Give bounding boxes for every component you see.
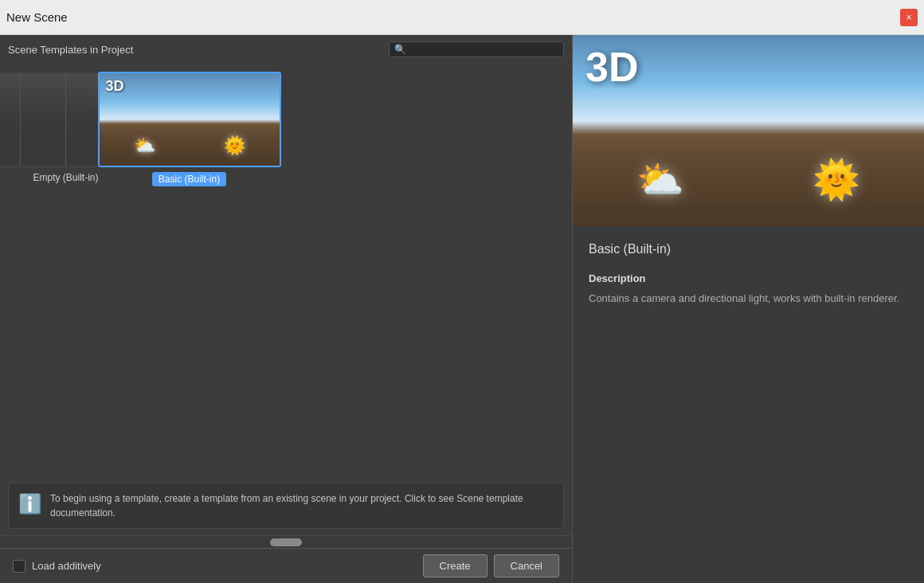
info-box: ℹ️ To begin using a template, create a t… [8, 483, 564, 529]
template-thumbnail-basic[interactable]: 3D ⛅ 🌞 [98, 72, 281, 167]
cloud-icon: ⛅ [134, 135, 155, 156]
right-panel: 3D ⛅ 🌞 Basic (Built-in) Description Cont… [572, 35, 924, 583]
detail-title: Basic (Built-in) [589, 242, 908, 256]
load-additively-label: Load additively [32, 560, 101, 572]
footer: Load additively Create Cancel [0, 548, 572, 583]
detail-area: Basic (Built-in) Description Contains a … [573, 226, 924, 583]
window-title: New Scene [6, 10, 68, 24]
footer-buttons: Create Cancel [423, 554, 560, 577]
templates-grid: Empty (Built-in) 3D ⛅ 🌞 Basic (Built-in) [0, 64, 572, 483]
left-panel: Scene Templates in Project 🔍 [0, 35, 572, 583]
title-bar: New Scene × [0, 0, 924, 35]
info-text: To begin using a template, create a temp… [50, 491, 554, 520]
thumb-3d-label: 3D [106, 78, 124, 95]
preview-area: 3D ⛅ 🌞 [573, 35, 924, 226]
preview-sun-icon: 🌞 [812, 158, 860, 202]
cancel-button[interactable]: Cancel [494, 554, 559, 577]
preview-icons: ⛅ 🌞 [573, 158, 924, 202]
create-button[interactable]: Create [423, 554, 487, 577]
scroll-track[interactable] [0, 535, 572, 548]
load-additively-wrap: Load additively [13, 560, 101, 573]
section-label: Scene Templates in Project [8, 44, 133, 56]
template-item-basic[interactable]: 3D ⛅ 🌞 Basic (Built-in) [131, 72, 247, 186]
search-input-wrap[interactable]: 🔍 [389, 41, 564, 57]
sun-icon: 🌞 [224, 135, 245, 156]
main-layout: Scene Templates in Project 🔍 [0, 35, 924, 583]
description-label: Description [589, 272, 908, 284]
load-additively-checkbox[interactable] [13, 560, 25, 573]
search-icon: 🔍 [394, 44, 406, 55]
template-label-empty: Empty (Built-in) [33, 172, 98, 183]
description-text: Contains a camera and directional light,… [589, 291, 908, 307]
thumb-icons: ⛅ 🌞 [100, 135, 280, 156]
search-input[interactable] [409, 44, 558, 55]
search-bar: Scene Templates in Project 🔍 [0, 35, 572, 64]
template-label-basic: Basic (Built-in) [152, 172, 226, 186]
preview-cloud-icon: ⛅ [636, 158, 684, 202]
info-icon: ℹ️ [18, 493, 42, 515]
preview-3d-label: 3D [585, 43, 638, 91]
close-button[interactable]: × [900, 9, 918, 26]
scroll-thumb[interactable] [270, 538, 302, 546]
